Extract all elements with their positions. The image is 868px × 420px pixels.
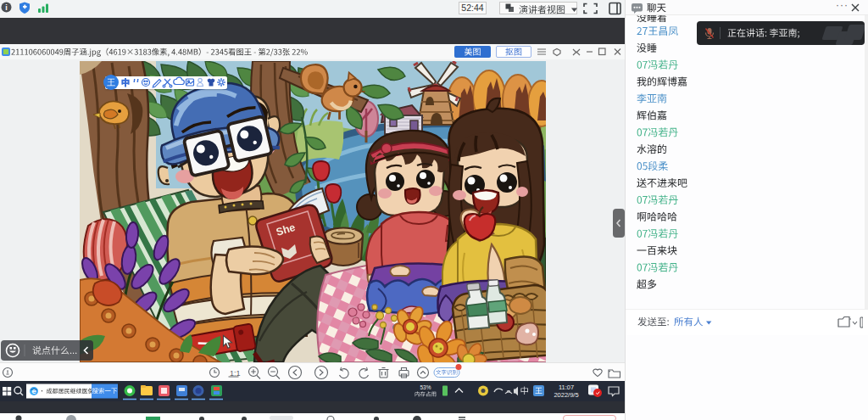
svg-text:2022/9/5: 2022/9/5	[554, 391, 578, 399]
svg-text:53%: 53%	[420, 384, 431, 390]
svg-text:i: i	[5, 3, 8, 12]
svg-text:1:1: 1:1	[230, 369, 241, 378]
svg-text:11:07: 11:07	[559, 384, 574, 391]
svg-text:e: e	[31, 387, 36, 395]
